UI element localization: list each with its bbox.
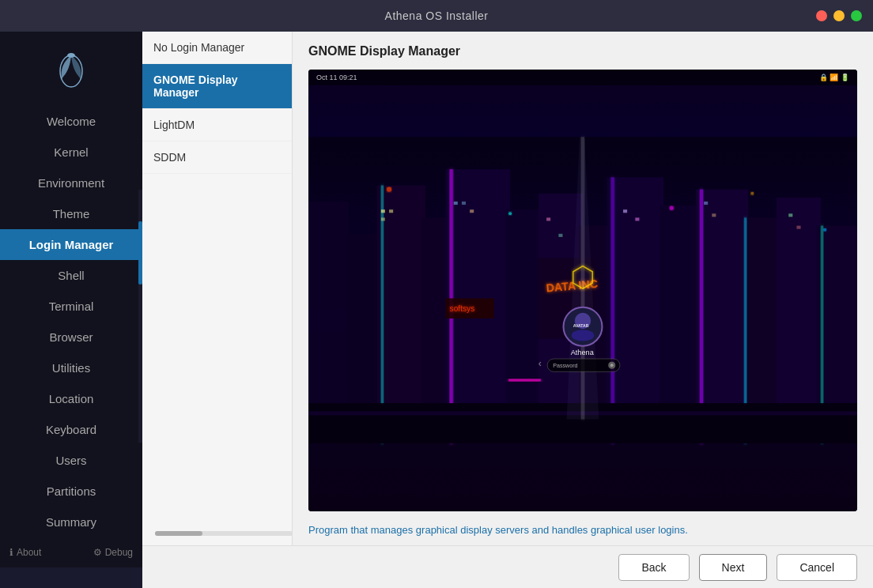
cancel-button[interactable]: Cancel <box>777 554 857 581</box>
svg-rect-32 <box>462 202 466 205</box>
svg-text:Athena: Athena <box>571 349 595 356</box>
list-item-gnome-display-manager[interactable]: GNOME Display Manager <box>142 64 292 109</box>
sidebar: Welcome Kernel Environment Theme Login M… <box>0 32 142 567</box>
svg-rect-36 <box>623 209 627 213</box>
panel-title: GNOME Display Manager <box>308 44 857 58</box>
list-item-sddm[interactable]: SDDM <box>142 141 292 174</box>
svg-rect-35 <box>558 234 562 237</box>
window-controls <box>816 10 862 21</box>
preview-topbar: Oct 11 09:21 🔒 📶 🔋 <box>308 70 857 85</box>
sidebar-item-kernel[interactable]: Kernel <box>0 137 142 168</box>
svg-point-49 <box>572 330 595 341</box>
svg-point-57 <box>387 187 391 192</box>
sidebar-item-welcome[interactable]: Welcome <box>0 106 142 137</box>
svg-point-60 <box>750 192 754 195</box>
title-bar: Athena OS Installer <box>0 0 873 32</box>
window-title: Athena OS Installer <box>385 9 489 22</box>
sidebar-item-summary[interactable]: Summary <box>0 507 142 537</box>
sidebar-nav: Welcome Kernel Environment Theme Login M… <box>0 106 142 537</box>
sidebar-item-environment[interactable]: Environment <box>0 168 142 198</box>
bottom-bar: Back Next Cancel <box>142 545 873 588</box>
sidebar-scrollbar[interactable] <box>138 190 142 443</box>
list-item-no-login-manager[interactable]: No Login Manager <box>142 32 292 64</box>
preview-topbar-icons: 🔒 📶 🔋 <box>819 74 849 81</box>
close-button[interactable] <box>816 10 827 21</box>
svg-text:AVATAR: AVATAR <box>573 323 589 328</box>
svg-point-59 <box>670 206 674 210</box>
debug-label: Debug <box>105 547 133 558</box>
back-button[interactable]: Back <box>618 554 689 581</box>
about-link[interactable]: ℹ About <box>9 547 41 558</box>
svg-rect-30 <box>381 217 385 220</box>
info-icon: ℹ <box>9 547 13 558</box>
about-label: About <box>17 547 41 558</box>
sidebar-item-partitions[interactable]: Partitions <box>0 476 142 507</box>
svg-point-58 <box>508 212 512 215</box>
svg-point-55 <box>610 364 614 367</box>
svg-rect-31 <box>454 202 458 205</box>
content-area: No Login Manager GNOME Display Manager L… <box>142 32 873 588</box>
preview-topbar-time: Oct 11 09:21 <box>316 74 357 81</box>
sidebar-item-location[interactable]: Location <box>0 383 142 414</box>
sidebar-item-keyboard[interactable]: Keyboard <box>0 414 142 445</box>
svg-point-61 <box>823 228 826 232</box>
sidebar-bottom: ℹ About ⚙ Debug <box>0 537 142 567</box>
sidebar-scrollbar-thumb <box>138 221 142 285</box>
svg-rect-33 <box>470 209 474 213</box>
svg-point-1 <box>67 53 75 58</box>
debug-link[interactable]: ⚙ Debug <box>93 547 133 558</box>
right-panel: GNOME Display Manager Oct 11 09:21 🔒 📶 🔋 <box>293 32 873 545</box>
bug-icon: ⚙ <box>93 547 102 558</box>
sidebar-item-terminal[interactable]: Terminal <box>0 291 142 322</box>
next-button[interactable]: Next <box>699 554 768 581</box>
sidebar-item-theme[interactable]: Theme <box>0 198 142 229</box>
svg-text:softsys: softsys <box>450 304 475 313</box>
svg-rect-41 <box>796 226 800 229</box>
svg-rect-18 <box>508 379 541 382</box>
maximize-button[interactable] <box>851 10 862 21</box>
content-panels: No Login Manager GNOME Display Manager L… <box>142 32 873 545</box>
svg-rect-38 <box>704 202 708 205</box>
svg-rect-40 <box>788 213 792 217</box>
svg-text:‹: ‹ <box>539 358 542 369</box>
sidebar-logo <box>47 32 95 106</box>
svg-rect-28 <box>381 209 385 213</box>
sidebar-item-browser[interactable]: Browser <box>0 322 142 352</box>
sidebar-item-login-manager[interactable]: Login Manager <box>0 229 142 260</box>
sidebar-item-utilities[interactable]: Utilities <box>0 352 142 383</box>
preview-image: Oct 11 09:21 🔒 📶 🔋 <box>308 70 857 511</box>
sidebar-item-users[interactable]: Users <box>0 445 142 476</box>
minimize-button[interactable] <box>833 10 845 21</box>
svg-rect-39 <box>712 213 716 217</box>
list-scrollbar-track[interactable] <box>155 531 293 536</box>
svg-rect-29 <box>389 209 393 213</box>
main-layout: Welcome Kernel Environment Theme Login M… <box>0 32 873 588</box>
svg-text:Password: Password <box>553 363 577 369</box>
list-item-lightdm[interactable]: LightDM <box>142 109 292 141</box>
description-text: Program that manages graphical display s… <box>308 522 857 538</box>
svg-rect-34 <box>546 217 550 220</box>
sidebar-wrapper: Welcome Kernel Environment Theme Login M… <box>0 32 142 588</box>
list-scrollbar-thumb <box>155 531 202 536</box>
list-panel: No Login Manager GNOME Display Manager L… <box>142 32 293 545</box>
svg-rect-37 <box>635 217 639 220</box>
cyberpunk-scene: Oct 11 09:21 🔒 📶 🔋 <box>308 70 857 511</box>
sidebar-item-shell[interactable]: Shell <box>0 260 142 291</box>
